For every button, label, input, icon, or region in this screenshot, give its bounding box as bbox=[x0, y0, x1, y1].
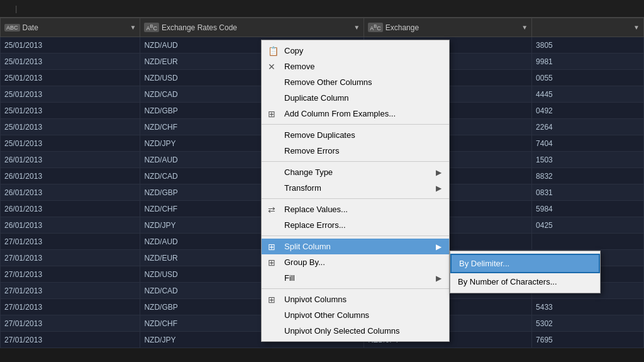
formula-bar: | bbox=[0, 0, 644, 18]
table-cell: 3805 bbox=[532, 37, 644, 54]
transform-submenu-arrow: ▶ bbox=[436, 184, 441, 193]
menu-item-change-type[interactable]: Change Type▶ bbox=[262, 164, 449, 180]
add-column-from-examples-icon: ⊞ bbox=[268, 109, 275, 119]
col-exrate-label: Exchange Rates Code bbox=[162, 23, 237, 32]
table-cell: 7695 bbox=[532, 332, 644, 348]
table-cell: 5984 bbox=[532, 201, 644, 217]
table-cell: 25/01/2013 bbox=[1, 54, 140, 70]
table-cell: 26/01/2013 bbox=[1, 201, 140, 217]
table-cell: 0055 bbox=[532, 70, 644, 86]
col-header-extra[interactable]: ▼ bbox=[532, 18, 644, 37]
table-cell: 7404 bbox=[532, 135, 644, 152]
menu-item-add-column-from-examples[interactable]: ⊞Add Column From Examples... bbox=[262, 106, 449, 122]
remove-other-columns-label: Remove Other Columns bbox=[284, 77, 372, 87]
col-header-exrate2[interactable]: ABC Exchange ▼ bbox=[364, 18, 532, 37]
group-by-icon: ⊞ bbox=[268, 257, 275, 268]
col-date-label: Date bbox=[23, 23, 38, 32]
copy-icon: 📋 bbox=[268, 46, 279, 56]
table-cell: 26/01/2013 bbox=[1, 217, 140, 234]
unpivot-columns-icon: ⊞ bbox=[268, 295, 275, 305]
table-cell: 1503 bbox=[532, 152, 644, 168]
remove-label: Remove bbox=[284, 62, 314, 71]
split-column-icon: ⊞ bbox=[268, 242, 275, 252]
context-menu: 📋Copy✕RemoveRemove Other ColumnsDuplicat… bbox=[261, 40, 450, 342]
by-delimiter-label: By Delimiter... bbox=[459, 259, 509, 268]
fill-label: Fill bbox=[284, 273, 295, 283]
table-cell: 4445 bbox=[532, 86, 644, 103]
table-cell: 8832 bbox=[532, 168, 644, 184]
menu-item-remove-other-columns[interactable]: Remove Other Columns bbox=[262, 74, 449, 90]
menu-item-replace-values[interactable]: ⇄Replace Values... bbox=[262, 201, 449, 217]
table-cell: 27/01/2013 bbox=[1, 234, 140, 250]
remove-errors-label: Remove Errors bbox=[284, 146, 339, 156]
col-exrate2-label: Exchange bbox=[386, 23, 419, 32]
menu-item-remove[interactable]: ✕Remove bbox=[262, 59, 449, 74]
remove-duplicates-label: Remove Duplicates bbox=[284, 130, 355, 140]
table-cell: 27/01/2013 bbox=[1, 250, 140, 266]
menu-separator bbox=[262, 235, 449, 236]
duplicate-column-label: Duplicate Column bbox=[284, 93, 349, 103]
exrate2-dropdown-arrow[interactable]: ▼ bbox=[521, 24, 528, 31]
table-cell: 25/01/2013 bbox=[1, 70, 140, 86]
menu-separator bbox=[262, 161, 449, 162]
table-cell: 26/01/2013 bbox=[1, 152, 140, 168]
fill-submenu-arrow: ▶ bbox=[436, 274, 441, 283]
table-cell: 5433 bbox=[532, 299, 644, 315]
table-cell: 26/01/2013 bbox=[1, 184, 140, 201]
table-cell: 25/01/2013 bbox=[1, 135, 140, 152]
exrate-dropdown-arrow[interactable]: ▼ bbox=[353, 24, 360, 31]
table-cell: 2264 bbox=[532, 119, 644, 135]
menu-item-replace-errors[interactable]: Replace Errors... bbox=[262, 217, 449, 233]
table-cell: 0425 bbox=[532, 217, 644, 234]
remove-icon: ✕ bbox=[268, 62, 275, 72]
table-cell: 5302 bbox=[532, 315, 644, 332]
split-column-label: Split Column bbox=[284, 242, 331, 251]
exrate2-type-icon: ABC bbox=[368, 23, 383, 32]
group-by-label: Group By... bbox=[284, 257, 325, 267]
change-type-submenu-arrow: ▶ bbox=[436, 168, 441, 177]
replace-errors-label: Replace Errors... bbox=[284, 220, 346, 230]
replace-values-label: Replace Values... bbox=[284, 205, 348, 214]
table-cell bbox=[532, 234, 644, 250]
submenu-item-by-number-of-chars[interactable]: By Number of Characters... bbox=[450, 273, 600, 290]
table-cell: 25/01/2013 bbox=[1, 119, 140, 135]
menu-item-unpivot-columns[interactable]: ⊞Unpivot Columns bbox=[262, 291, 449, 307]
date-dropdown-arrow[interactable]: ▼ bbox=[130, 24, 136, 31]
menu-item-fill[interactable]: Fill▶ bbox=[262, 270, 449, 286]
col-header-exrate[interactable]: ABC Exchange Rates Code ▼ bbox=[140, 18, 364, 37]
menu-item-remove-duplicates[interactable]: Remove Duplicates bbox=[262, 127, 449, 143]
table-cell: 9981 bbox=[532, 54, 644, 70]
change-type-label: Change Type bbox=[284, 167, 333, 177]
table-cell: 27/01/2013 bbox=[1, 283, 140, 299]
menu-item-unpivot-only-selected[interactable]: Unpivot Only Selected Columns bbox=[262, 323, 449, 339]
submenu-item-by-delimiter[interactable]: By Delimiter... bbox=[450, 254, 600, 273]
main-area: ABC Date ▼ ABC Exchange Rates Code ▼ bbox=[0, 18, 644, 362]
add-column-from-examples-label: Add Column From Examples... bbox=[284, 109, 396, 118]
menu-item-transform[interactable]: Transform▶ bbox=[262, 180, 449, 196]
table-cell: 27/01/2013 bbox=[1, 315, 140, 332]
table-cell: 26/01/2013 bbox=[1, 168, 140, 184]
table-cell: 27/01/2013 bbox=[1, 299, 140, 315]
submenu: By Delimiter...By Number of Characters..… bbox=[450, 251, 601, 293]
unpivot-other-columns-label: Unpivot Other Columns bbox=[284, 310, 369, 320]
exrate-type-icon: ABC bbox=[144, 23, 159, 32]
table-cell: 27/01/2013 bbox=[1, 332, 140, 348]
menu-item-split-column[interactable]: ⊞Split Column▶ bbox=[262, 239, 449, 254]
split-column-submenu-arrow: ▶ bbox=[436, 242, 441, 251]
menu-separator bbox=[262, 124, 449, 125]
date-type-icon: ABC bbox=[4, 24, 20, 31]
unpivot-only-selected-label: Unpivot Only Selected Columns bbox=[284, 326, 400, 336]
menu-separator bbox=[262, 288, 449, 289]
copy-label: Copy bbox=[284, 46, 303, 55]
table-cell: 0492 bbox=[532, 103, 644, 119]
table-cell: 0831 bbox=[532, 184, 644, 201]
menu-item-group-by[interactable]: ⊞Group By... bbox=[262, 254, 449, 270]
menu-item-unpivot-other-columns[interactable]: Unpivot Other Columns bbox=[262, 307, 449, 323]
menu-item-duplicate-column[interactable]: Duplicate Column bbox=[262, 90, 449, 106]
menu-item-copy[interactable]: 📋Copy bbox=[262, 43, 449, 59]
table-cell: 25/01/2013 bbox=[1, 37, 140, 54]
menu-item-remove-errors[interactable]: Remove Errors bbox=[262, 143, 449, 159]
menu-separator bbox=[262, 198, 449, 199]
extra-dropdown-arrow[interactable]: ▼ bbox=[633, 24, 640, 31]
col-header-date[interactable]: ABC Date ▼ bbox=[1, 18, 140, 37]
